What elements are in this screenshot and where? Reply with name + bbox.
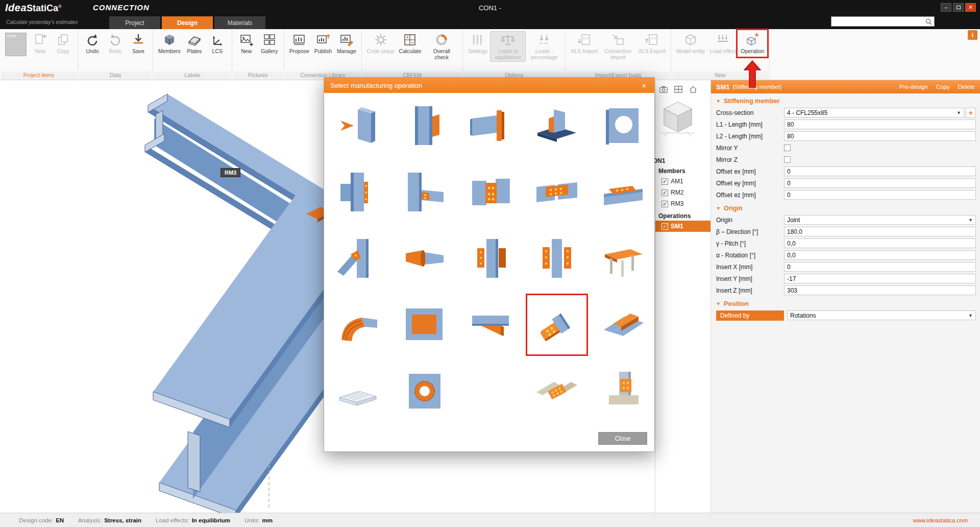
ribbon-button-load-effect[interactable]: Load effect	[708, 31, 739, 56]
search-input[interactable]	[831, 18, 923, 25]
operation-thumbnail-timber-plate[interactable]	[601, 369, 646, 414]
home-view-icon[interactable]	[688, 84, 699, 94]
property-checkbox[interactable]	[784, 145, 791, 151]
ribbon-button-propose[interactable]: Propose	[287, 31, 311, 56]
ribbon-button-plates[interactable]: Plates	[183, 31, 206, 56]
property-checkbox[interactable]	[784, 156, 791, 163]
checkbox-checked-icon[interactable]: ✓	[662, 189, 668, 196]
operation-thumbnail-cone[interactable]	[402, 236, 447, 281]
operation-thumbnail-bend[interactable]	[335, 302, 380, 347]
ribbon-button-publish[interactable]: Publish	[312, 31, 334, 56]
maximize-button[interactable]	[953, 3, 964, 12]
ribbon-button-xls-export[interactable]: XLSXLS Export	[636, 31, 668, 56]
property-value-field[interactable]: 80	[784, 119, 976, 129]
operation-thumbnail-wedge-plate[interactable]	[601, 302, 646, 347]
split-view-icon[interactable]	[673, 84, 684, 94]
ribbon-button-manage[interactable]: Manage	[335, 31, 358, 56]
ribbon-button-loads-percentage[interactable]: Loads - percentage	[526, 31, 562, 62]
dialog-close-button[interactable]: Close	[598, 432, 647, 445]
info-button[interactable]: i	[968, 30, 977, 40]
ribbon-button-connection-import[interactable]: Connection Import	[600, 31, 636, 62]
operation-thumbnail-fin-plate[interactable]	[468, 170, 513, 214]
tree-member-rm2[interactable]: ✓RM2	[655, 187, 710, 198]
operation-thumbnail-haunch[interactable]	[468, 302, 513, 347]
property-value-field[interactable]: 0	[784, 166, 976, 176]
operation-thumbnail-stiffening-member[interactable]	[534, 302, 579, 347]
member-label-rm3[interactable]: RM3	[220, 168, 240, 177]
section-header-stiffening-member[interactable]: ▼Stiffening member	[711, 95, 980, 107]
property-dropdown[interactable]: 4 - CFL255x85▼	[784, 108, 964, 117]
ribbon-button-loads-in-equilibrium[interactable]: Loads in equilibrium	[490, 31, 526, 62]
tree-operation-sm1[interactable]: ✓SM1	[655, 221, 710, 232]
ribbon-button-save[interactable]: Save	[127, 31, 150, 56]
operation-thumbnail-foundation[interactable]	[335, 369, 380, 414]
operation-thumbnail-side-plates[interactable]	[468, 236, 513, 281]
operation-thumbnail-opening[interactable]	[601, 103, 646, 148]
operation-thumbnail-gusset-plate[interactable]	[335, 236, 380, 281]
close-button[interactable]: ✕	[965, 3, 976, 12]
property-value-field[interactable]: 0	[784, 190, 976, 200]
property-dropdown[interactable]: Rotations▼	[787, 310, 976, 320]
operation-thumbnail-plate[interactable]	[402, 302, 447, 347]
pre-design-button[interactable]: Pre-design	[899, 84, 928, 90]
tree-operations-header[interactable]: Operations	[655, 209, 710, 221]
operation-thumbnail-bolted-side-plates[interactable]	[534, 236, 579, 281]
tree-member-rm3[interactable]: ✓RM3	[655, 198, 710, 209]
minimize-button[interactable]: –	[941, 3, 951, 12]
operation-thumbnail-stiffener[interactable]	[402, 103, 447, 148]
defined-by-button[interactable]: Defined by	[716, 310, 784, 321]
section-header-position[interactable]: ▼Position	[711, 298, 980, 309]
tab-materials[interactable]: Materials	[214, 16, 265, 29]
operation-thumbnail-flange-plate[interactable]	[601, 170, 646, 214]
operation-thumbnail-connecting-plate[interactable]	[335, 170, 380, 214]
search-icon[interactable]	[923, 18, 934, 25]
property-value-field[interactable]: 0,0	[784, 238, 976, 248]
ribbon-button-lcs[interactable]: LCS	[206, 31, 229, 56]
ribbon-button-code-setup[interactable]: Code setup	[365, 31, 397, 56]
ribbon-button-con1[interactable]: CON1	[3, 31, 29, 58]
section-collapse-icon[interactable]: ▼	[716, 301, 721, 306]
checkbox-checked-icon[interactable]: ✓	[662, 201, 668, 207]
checkbox-checked-icon[interactable]: ✓	[662, 178, 668, 185]
operation-thumbnail-timber-joint[interactable]	[534, 369, 579, 414]
property-value-field[interactable]: 0	[784, 262, 976, 272]
property-value-field[interactable]: 0,0	[784, 250, 976, 260]
ribbon-button-members[interactable]: Members	[156, 31, 183, 56]
property-value-field[interactable]: -17	[784, 274, 976, 283]
view-cube[interactable]	[656, 95, 699, 138]
operation-thumbnail-end-plate[interactable]	[468, 103, 513, 148]
tab-design[interactable]: Design	[162, 16, 213, 29]
ribbon-button-model-entity[interactable]: Model entity	[674, 31, 707, 56]
ribbon-button-redo[interactable]: Redo	[104, 31, 127, 56]
tree-root-con1[interactable]: CON1	[648, 157, 703, 164]
section-header-origin[interactable]: ▼Origin	[711, 202, 980, 214]
property-dropdown[interactable]: Joint▼	[784, 215, 976, 225]
picture-tool-icon[interactable]	[658, 84, 669, 94]
operation-thumbnail-cut-of-member[interactable]	[335, 103, 380, 148]
ribbon-button-settings[interactable]: Settings	[466, 31, 489, 56]
search-box[interactable]	[831, 16, 935, 27]
ribbon-button-gallery[interactable]: Gallery	[258, 31, 281, 56]
ribbon-button-operation[interactable]: Operation	[739, 31, 766, 56]
property-value-field[interactable]: 0	[784, 178, 976, 188]
ribbon-button-overall-check[interactable]: Overall check	[424, 31, 459, 62]
operation-thumbnail-cleat[interactable]	[402, 170, 447, 214]
operation-thumbnail-platform[interactable]	[601, 236, 646, 281]
checkbox-checked-icon[interactable]: ✓	[662, 223, 668, 230]
dialog-close-icon[interactable]: ×	[640, 81, 648, 90]
add-cross-section-button[interactable]: +	[966, 108, 976, 118]
section-collapse-icon[interactable]: ▼	[716, 206, 721, 211]
tab-project[interactable]: Project	[109, 16, 160, 29]
operation-thumbnail-splice[interactable]	[534, 170, 579, 214]
ribbon-button-calculate[interactable]: Calculate	[397, 31, 424, 56]
tree-members-header[interactable]: Members	[655, 164, 710, 176]
website-link[interactable]: www.ideastatica.com	[913, 517, 968, 523]
ribbon-button-undo[interactable]: Undo	[81, 31, 104, 56]
operation-thumbnail-base-plate[interactable]	[534, 103, 579, 148]
copy-operation-button[interactable]: Copy	[936, 84, 950, 90]
operation-thumbnail-pipe-opening[interactable]	[402, 369, 447, 414]
dialog-title-bar[interactable]: Select manufacturing operation ×	[324, 78, 654, 93]
delete-operation-button[interactable]: Delete	[958, 84, 975, 90]
ribbon-button-new[interactable]: New	[29, 31, 52, 56]
tree-member-am1[interactable]: ✓AM1	[655, 176, 710, 187]
